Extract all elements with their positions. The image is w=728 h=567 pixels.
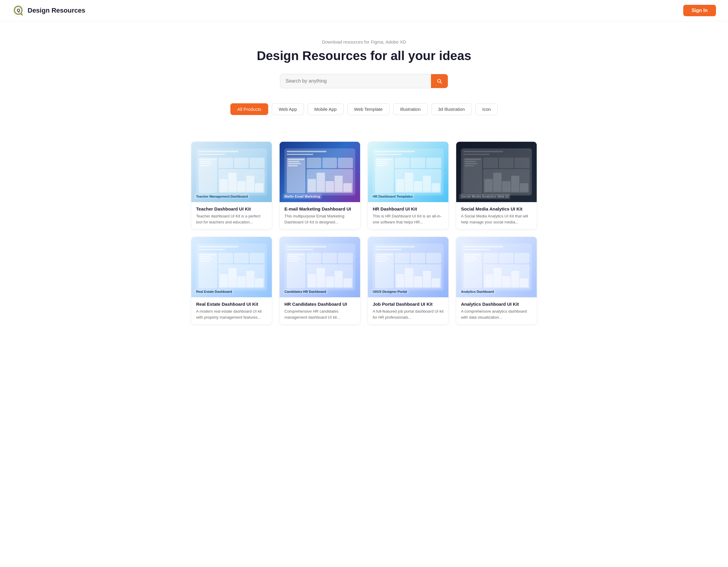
filter-tab-illustration[interactable]: Illustration <box>393 103 427 115</box>
product-thumbnail-social-media-analytics: Social Media Analytics Web UI <box>456 142 537 202</box>
search-input[interactable] <box>280 74 431 88</box>
product-card-teacher-dashboard[interactable]: Teacher Management DashboardTeacher Dash… <box>191 141 272 229</box>
product-info-hr-dashboard: HR Dashboard UI KitThis is HR Dashboard … <box>368 202 448 229</box>
svg-text:Q: Q <box>17 8 20 13</box>
product-info-social-media-analytics: Social Media Analytics UI KitA Social Me… <box>456 202 537 229</box>
product-thumbnail-email-marketing: Mailto Email Marketing <box>280 142 360 202</box>
product-info-hr-candidates: HR Candidates Dashboard UIComprehensive … <box>280 297 360 324</box>
product-title-hr-candidates: HR Candidates Dashboard UI <box>284 302 355 307</box>
logo-icon: Q <box>12 4 25 17</box>
search-bar <box>280 74 448 88</box>
product-title-real-estate: Real Estate Dashboard UI Kit <box>196 302 267 307</box>
product-description-email-marketing: This multipurpose Email Marketing Dashbo… <box>284 213 355 225</box>
product-description-analytics-dashboard: A comprehensive analytics dashboard with… <box>461 308 532 320</box>
product-description-teacher-dashboard: Teacher dashboard UI Kit is a perfect to… <box>196 213 267 225</box>
logo-text: Design Resources <box>28 7 85 14</box>
product-thumbnail-job-portal: UI/UX Designer Portal <box>368 237 448 297</box>
product-description-hr-candidates: Comprehensive HR candidates management d… <box>284 308 355 320</box>
product-description-hr-dashboard: This is HR Dashboard UI Kit is an all-in… <box>373 213 444 225</box>
product-info-email-marketing: E-mail Marketing Dashboard UIThis multip… <box>280 202 360 229</box>
search-icon <box>436 78 442 84</box>
product-info-teacher-dashboard: Teacher Dashboard UI KitTeacher dashboar… <box>191 202 272 229</box>
product-card-job-portal[interactable]: UI/UX Designer PortalJob Portal Dashboar… <box>368 237 449 325</box>
filter-tab-3d-illustration[interactable]: 3d Illustration <box>431 103 472 115</box>
product-info-real-estate: Real Estate Dashboard UI KitA modern rea… <box>191 297 272 324</box>
product-title-hr-dashboard: HR Dashboard UI Kit <box>373 206 444 211</box>
product-title-social-media-analytics: Social Media Analytics UI Kit <box>461 206 532 211</box>
product-card-email-marketing[interactable]: Mailto Email MarketingE-mail Marketing D… <box>279 141 360 229</box>
filter-tab-icon[interactable]: Icon <box>475 103 498 115</box>
filter-tab-all[interactable]: All Products <box>230 103 268 115</box>
filter-tab-web-app[interactable]: Web App <box>272 103 304 115</box>
hero-title: Design Resources for all your ideas <box>6 49 722 63</box>
search-button[interactable] <box>431 74 448 88</box>
product-thumbnail-real-estate: Real Estate Dashboard <box>191 237 272 297</box>
product-description-job-portal: A full-featured job portal dashboard UI … <box>373 308 444 320</box>
product-card-hr-candidates[interactable]: Candidates HR DashboardHR Candidates Das… <box>279 237 360 325</box>
product-title-email-marketing: E-mail Marketing Dashboard UI <box>284 206 355 211</box>
hero-subtitle: Download resources for Figma, Adobe XD <box>6 39 722 44</box>
hero-section: Download resources for Figma, Adobe XD D… <box>0 21 728 141</box>
product-grid: Teacher Management DashboardTeacher Dash… <box>184 141 544 337</box>
product-card-analytics-dashboard[interactable]: Analytics DashboardAnalytics Dashboard U… <box>456 237 537 325</box>
sign-in-button[interactable]: Sign In <box>683 5 716 16</box>
product-thumbnail-teacher-dashboard: Teacher Management Dashboard <box>191 142 272 202</box>
filter-tabs: All ProductsWeb AppMobile AppWeb Templat… <box>6 103 722 115</box>
product-thumbnail-hr-dashboard: HR Dashboard Templates <box>368 142 448 202</box>
filter-tab-web-template[interactable]: Web Template <box>347 103 390 115</box>
product-title-analytics-dashboard: Analytics Dashboard UI Kit <box>461 302 532 307</box>
product-info-job-portal: Job Portal Dashboard UI KitA full-featur… <box>368 297 448 324</box>
product-card-real-estate[interactable]: Real Estate DashboardReal Estate Dashboa… <box>191 237 272 325</box>
product-title-teacher-dashboard: Teacher Dashboard UI Kit <box>196 206 267 211</box>
product-description-social-media-analytics: A Social Media Analytics UI Kit that wil… <box>461 213 532 225</box>
product-description-real-estate: A modern real estate dashboard UI kit wi… <box>196 308 267 320</box>
filter-tab-mobile-app[interactable]: Mobile App <box>308 103 344 115</box>
navbar: Q Design Resources Sign In <box>0 0 728 21</box>
product-info-analytics-dashboard: Analytics Dashboard UI KitA comprehensiv… <box>456 297 537 324</box>
product-title-job-portal: Job Portal Dashboard UI Kit <box>373 302 444 307</box>
product-thumbnail-analytics-dashboard: Analytics Dashboard <box>456 237 537 297</box>
product-card-hr-dashboard[interactable]: HR Dashboard TemplatesHR Dashboard UI Ki… <box>368 141 449 229</box>
logo-container[interactable]: Q Design Resources <box>12 4 85 17</box>
product-card-social-media-analytics[interactable]: Social Media Analytics Web UISocial Medi… <box>456 141 537 229</box>
product-thumbnail-hr-candidates: Candidates HR Dashboard <box>280 237 360 297</box>
